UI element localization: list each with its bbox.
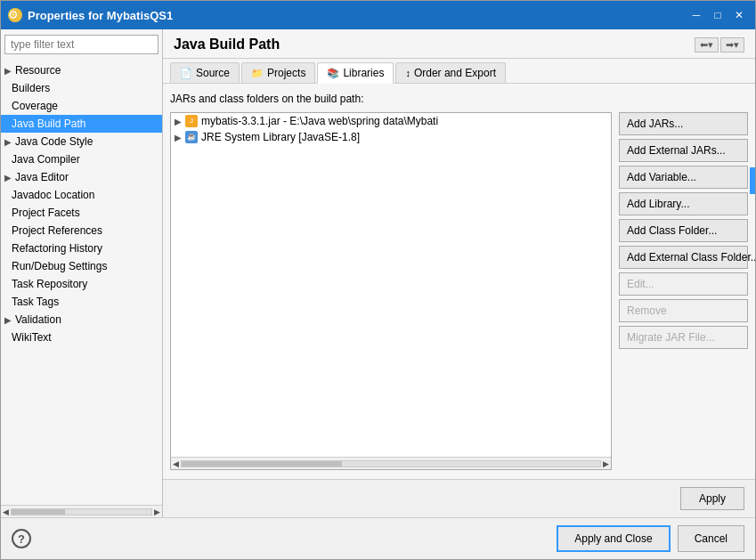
close-button[interactable]: ✕ xyxy=(730,6,748,24)
scroll-left-icon[interactable]: ◀ xyxy=(173,459,179,468)
arrow-icon: ▶ xyxy=(4,137,12,147)
lib-arrow-icon: ▶ xyxy=(175,133,182,142)
tab-source-label: Source xyxy=(196,67,230,79)
panel-header: Java Build Path ⬅▾ ➡▾ xyxy=(163,29,755,59)
sidebar-item-wikitext[interactable]: WikiText xyxy=(1,329,162,346)
cancel-button[interactable]: Cancel xyxy=(678,525,744,552)
tab-projects-label: Projects xyxy=(267,67,305,79)
scroll-left-icon[interactable]: ◀ xyxy=(3,507,9,516)
sidebar-item-resource[interactable]: ▶ Resource xyxy=(1,61,162,79)
tab-libraries-label: Libraries xyxy=(343,67,384,79)
tabs-bar: 📄 Source 📁 Projects 📚 Libraries ↕ Order … xyxy=(163,59,755,84)
sidebar-item-refactoring-history[interactable]: Refactoring History xyxy=(1,239,162,257)
sidebar-item-label: Resource xyxy=(15,64,61,77)
sidebar-item-task-repository[interactable]: Task Repository xyxy=(1,275,162,293)
help-label: ? xyxy=(18,532,25,546)
sidebar-item-javadoc-location[interactable]: Javadoc Location xyxy=(1,186,162,204)
order-tab-icon: ↕ xyxy=(405,68,411,78)
sidebar-item-label: WikiText xyxy=(12,331,52,344)
edit-button[interactable]: Edit... xyxy=(619,272,748,296)
footer: ? Apply and Close Cancel xyxy=(1,517,755,559)
bottom-area: Apply xyxy=(163,479,755,517)
sidebar-item-coverage[interactable]: Coverage xyxy=(1,97,162,115)
footer-right: Apply and Close Cancel xyxy=(557,525,744,552)
tab-projects[interactable]: 📁 Projects xyxy=(241,62,315,83)
sidebar-item-label: Builders xyxy=(12,82,50,94)
arrow-icon: ▶ xyxy=(4,315,12,325)
maximize-button[interactable]: □ xyxy=(709,6,727,24)
footer-left: ? xyxy=(12,529,31,548)
sidebar-item-label: Run/Debug Settings xyxy=(12,260,107,272)
sidebar-item-project-references[interactable]: Project References xyxy=(1,222,162,239)
sidebar-scrollbar: ◀ ▶ xyxy=(1,505,162,517)
apply-button[interactable]: Apply xyxy=(680,487,744,510)
sidebar-item-label: Refactoring History xyxy=(12,242,102,255)
tab-order-export[interactable]: ↕ Order and Export xyxy=(395,62,506,83)
sidebar-item-java-build-path[interactable]: Java Build Path xyxy=(1,115,162,133)
tab-order-label: Order and Export xyxy=(414,67,496,79)
sidebar-item-java-code-style[interactable]: ▶ Java Code Style xyxy=(1,133,162,150)
jar-description: JARs and class folders on the build path… xyxy=(170,93,748,105)
sidebar-item-label: Coverage xyxy=(12,100,58,112)
lib-item-label: mybatis-3.3.1.jar - E:\Java web\spring d… xyxy=(201,115,438,127)
add-variable-button[interactable]: Add Variable... xyxy=(619,166,748,189)
sidebar-item-java-compiler[interactable]: Java Compiler xyxy=(1,150,162,168)
sidebar-tree: ▶ Resource Builders Coverage Java Build … xyxy=(1,60,162,505)
lib-hscrollbar: ◀ ▶ xyxy=(171,457,611,469)
hscroll-track[interactable] xyxy=(181,460,601,467)
add-external-jars-button[interactable]: Add External JARs... xyxy=(619,139,748,162)
nav-back-button[interactable]: ⬅▾ xyxy=(695,37,719,53)
help-button[interactable]: ? xyxy=(12,529,31,548)
add-class-folder-button[interactable]: Add Class Folder... xyxy=(619,219,748,242)
blue-accent-bar xyxy=(750,167,755,194)
sidebar-item-label: Java Build Path xyxy=(12,118,85,130)
sidebar-item-validation[interactable]: ▶ Validation xyxy=(1,311,162,329)
lib-list: ▶ J mybatis-3.3.1.jar - E:\Java web\spri… xyxy=(171,113,611,457)
add-external-class-folder-button[interactable]: Add External Class Folder... xyxy=(619,246,748,269)
window-icon: ⚙ xyxy=(8,8,22,22)
arrow-icon: ▶ xyxy=(4,173,12,183)
add-library-button[interactable]: Add Library... xyxy=(619,192,748,215)
lib-arrow-icon: ▶ xyxy=(175,117,182,126)
libraries-tab-icon: 📚 xyxy=(327,68,339,79)
scrollbar-track[interactable] xyxy=(11,508,152,515)
scroll-right-icon[interactable]: ▶ xyxy=(154,507,160,516)
sidebar-item-builders[interactable]: Builders xyxy=(1,79,162,97)
lib-item-jre[interactable]: ▶ ☕ JRE System Library [JavaSE-1.8] xyxy=(171,129,611,145)
sidebar-item-label: Project Facets xyxy=(12,207,80,219)
sidebar-item-label: Java Code Style xyxy=(15,135,93,148)
minimize-button[interactable]: ─ xyxy=(687,6,705,24)
sidebar-item-label: Task Repository xyxy=(12,278,87,290)
sidebar-item-run-debug[interactable]: Run/Debug Settings xyxy=(1,257,162,275)
sidebar-item-label: Validation xyxy=(15,313,61,326)
lib-item-label: JRE System Library [JavaSE-1.8] xyxy=(201,131,360,143)
scrollbar-thumb xyxy=(12,509,65,515)
scroll-right-icon[interactable]: ▶ xyxy=(603,459,609,468)
jre-icon: ☕ xyxy=(185,131,198,143)
sidebar-item-project-facets[interactable]: Project Facets xyxy=(1,204,162,222)
filter-input[interactable] xyxy=(4,35,159,54)
libraries-pane: ▶ J mybatis-3.3.1.jar - E:\Java web\spri… xyxy=(170,112,748,470)
panel-nav-arrows: ⬅▾ ➡▾ xyxy=(695,37,744,53)
apply-close-button[interactable]: Apply and Close xyxy=(557,525,670,552)
migrate-jar-button[interactable]: Migrate JAR File... xyxy=(619,326,748,349)
nav-forward-button[interactable]: ➡▾ xyxy=(720,37,744,53)
lib-item-mybatis[interactable]: ▶ J mybatis-3.3.1.jar - E:\Java web\spri… xyxy=(171,113,611,129)
properties-window: ⚙ Properties for MybatisQS1 ─ □ ✕ ▶ Reso… xyxy=(0,0,756,560)
source-tab-icon: 📄 xyxy=(180,68,192,79)
sidebar-item-task-tags[interactable]: Task Tags xyxy=(1,293,162,311)
projects-tab-icon: 📁 xyxy=(251,68,264,79)
tab-libraries[interactable]: 📚 Libraries xyxy=(317,62,394,84)
tab-source[interactable]: 📄 Source xyxy=(170,62,240,83)
remove-button[interactable]: Remove xyxy=(619,299,748,322)
window-controls: ─ □ ✕ xyxy=(687,6,748,24)
sidebar-item-label: Java Compiler xyxy=(12,153,80,166)
add-jars-button[interactable]: Add JARs... xyxy=(619,112,748,135)
sidebar-item-label: Javadoc Location xyxy=(12,189,94,201)
title-bar: ⚙ Properties for MybatisQS1 ─ □ ✕ xyxy=(1,1,755,29)
sidebar-item-java-editor[interactable]: ▶ Java Editor xyxy=(1,168,162,186)
content-area: JARs and class folders on the build path… xyxy=(163,84,755,479)
sidebar: ▶ Resource Builders Coverage Java Build … xyxy=(1,29,163,517)
sidebar-item-label: Project References xyxy=(12,224,102,237)
arrow-icon: ▶ xyxy=(4,66,12,76)
